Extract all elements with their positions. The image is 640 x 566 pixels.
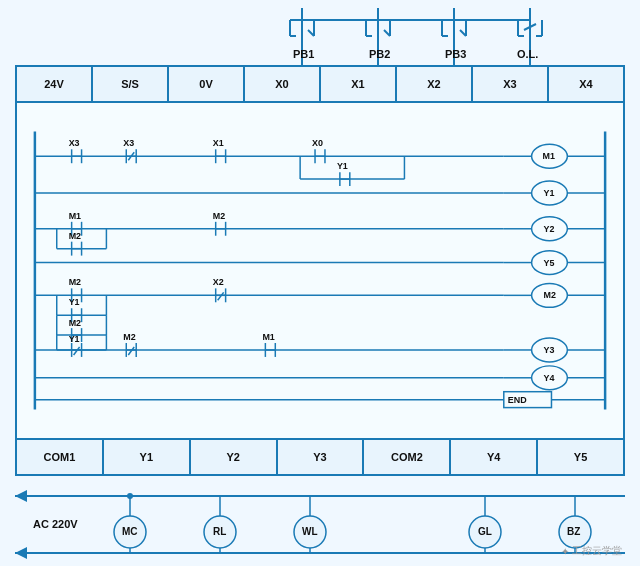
svg-text:X3: X3 (123, 138, 134, 148)
svg-text:WL: WL (302, 526, 318, 537)
svg-text:X1: X1 (213, 138, 224, 148)
svg-text:M2: M2 (69, 318, 81, 328)
svg-text:GL: GL (478, 526, 492, 537)
terminal-ss: S/S (93, 67, 169, 101)
terminal-x1: X1 (321, 67, 397, 101)
bottom-section: AC 220V MC RL WL GL (15, 478, 625, 566)
terminal-x3: X3 (473, 67, 549, 101)
svg-text:M2: M2 (69, 277, 81, 287)
terminal-y3: Y3 (278, 440, 365, 474)
terminal-x0: X0 (245, 67, 321, 101)
svg-point-173 (127, 493, 133, 499)
svg-text:Y1: Y1 (544, 188, 555, 198)
watermark-text: 工控云学堂 (572, 544, 622, 558)
terminal-com2: COM2 (364, 440, 451, 474)
bottom-svg: AC 220V MC RL WL GL (15, 478, 625, 566)
svg-text:BZ: BZ (567, 526, 580, 537)
svg-marker-149 (15, 490, 27, 502)
watermark: ✦ 工控云学堂 (561, 544, 622, 558)
svg-text:M1: M1 (69, 211, 81, 221)
terminal-y5: Y5 (538, 440, 623, 474)
top-switches-svg: PB1 PB2 PB3 O.L. (15, 8, 625, 66)
svg-text:Y1: Y1 (337, 161, 348, 171)
svg-text:O.L.: O.L. (517, 48, 538, 60)
svg-text:Y1: Y1 (69, 297, 80, 307)
terminal-row-top: 24V S/S 0V X0 X1 X2 X3 X4 (17, 67, 623, 103)
terminal-row-bottom: COM1 Y1 Y2 Y3 COM2 Y4 Y5 (17, 438, 623, 474)
main-container: PB1 PB2 PB3 O.L. 24V S (0, 0, 640, 566)
svg-text:M2: M2 (213, 211, 225, 221)
svg-text:Y3: Y3 (544, 345, 555, 355)
terminal-y4: Y4 (451, 440, 538, 474)
svg-text:M2: M2 (69, 231, 81, 241)
svg-line-114 (74, 347, 80, 355)
svg-text:M1: M1 (262, 332, 274, 342)
svg-text:PB1: PB1 (293, 48, 314, 60)
svg-text:Y1: Y1 (69, 334, 80, 344)
svg-text:M1: M1 (543, 151, 555, 161)
svg-line-129 (128, 347, 134, 355)
plc-box: 24V S/S 0V X0 X1 X2 X3 X4 X (15, 65, 625, 476)
ladder-area: X3 X3 X1 X0 (17, 105, 623, 436)
terminal-x4: X4 (549, 67, 623, 101)
terminal-com1: COM1 (17, 440, 104, 474)
svg-line-119 (218, 292, 224, 300)
svg-text:MC: MC (122, 526, 138, 537)
svg-text:PB2: PB2 (369, 48, 390, 60)
terminal-0v: 0V (169, 67, 245, 101)
terminal-24v: 24V (17, 67, 93, 101)
watermark-icon: ✦ (561, 546, 569, 557)
svg-text:PB3: PB3 (445, 48, 466, 60)
svg-text:Y2: Y2 (544, 224, 555, 234)
svg-text:END: END (508, 395, 527, 405)
svg-text:Y4: Y4 (544, 373, 555, 383)
terminal-y2: Y2 (191, 440, 278, 474)
terminal-x2: X2 (397, 67, 473, 101)
svg-text:M2: M2 (123, 332, 135, 342)
terminal-y1: Y1 (104, 440, 191, 474)
svg-text:AC 220V: AC 220V (33, 518, 78, 530)
svg-marker-151 (15, 547, 27, 559)
svg-text:M2: M2 (544, 290, 556, 300)
svg-text:RL: RL (213, 526, 226, 537)
svg-text:X0: X0 (312, 138, 323, 148)
svg-text:X2: X2 (213, 277, 224, 287)
ladder-svg: X3 X3 X1 X0 (17, 105, 623, 436)
svg-text:Y5: Y5 (544, 258, 555, 268)
svg-text:X3: X3 (69, 138, 80, 148)
